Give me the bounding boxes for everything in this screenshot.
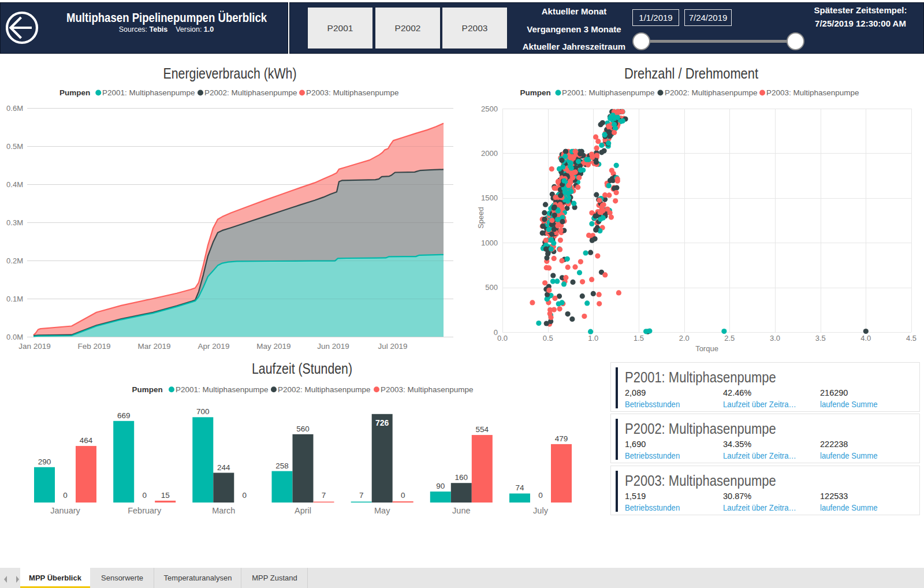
svg-text:Mar 2019: Mar 2019 [137, 342, 170, 351]
svg-text:Jun 2019: Jun 2019 [317, 342, 349, 351]
svg-text:2000: 2000 [481, 149, 498, 158]
svg-text:P2001: Multiphasenpumpe: P2001: Multiphasenpumpe [102, 88, 195, 97]
svg-text:0: 0 [243, 491, 247, 500]
svg-text:90: 90 [436, 482, 445, 490]
svg-text:May: May [374, 506, 390, 515]
svg-text:0: 0 [538, 491, 543, 500]
svg-text:700: 700 [196, 407, 210, 416]
svg-text:July: July [533, 506, 549, 515]
svg-text:479: 479 [555, 434, 568, 443]
svg-text:0.0: 0.0 [497, 334, 508, 343]
svg-text:Jul 2019: Jul 2019 [378, 342, 407, 351]
svg-text:669: 669 [117, 411, 131, 420]
svg-text:Drehzahl / Drehmoment: Drehzahl / Drehmoment [624, 65, 759, 82]
svg-text:Feb 2019: Feb 2019 [77, 342, 110, 351]
svg-text:0: 0 [63, 491, 68, 500]
svg-text:4.0: 4.0 [860, 334, 871, 343]
svg-text:1.0: 1.0 [588, 334, 598, 343]
svg-text:January: January [50, 506, 80, 515]
svg-text:0.1M: 0.1M [6, 295, 23, 303]
svg-text:P2002: Multiphasenpumpe: P2002: Multiphasenpumpe [204, 88, 297, 97]
svg-text:0.6M: 0.6M [6, 104, 23, 113]
svg-text:500: 500 [485, 283, 498, 292]
svg-text:560: 560 [296, 425, 310, 433]
svg-text:726: 726 [375, 418, 389, 427]
svg-text:April: April [295, 506, 311, 515]
svg-text:3.5: 3.5 [815, 334, 826, 343]
svg-text:P2001: Multiphasenpumpe: P2001: Multiphasenpumpe [562, 88, 655, 97]
svg-text:1000: 1000 [481, 239, 498, 247]
svg-text:0.2M: 0.2M [6, 256, 23, 265]
svg-text:160: 160 [455, 473, 468, 482]
svg-text:244: 244 [217, 463, 230, 472]
svg-text:0: 0 [142, 491, 147, 500]
svg-text:P2003: Multiphasenpumpe: P2003: Multiphasenpumpe [306, 88, 399, 97]
svg-text:0.5M: 0.5M [6, 142, 23, 151]
svg-text:June: June [452, 506, 470, 515]
svg-text:Energieverbrauch (kWh): Energieverbrauch (kWh) [163, 65, 297, 82]
svg-text:2.0: 2.0 [679, 334, 690, 343]
svg-text:0: 0 [494, 328, 498, 337]
svg-text:2.5: 2.5 [724, 334, 735, 343]
svg-text:74: 74 [515, 483, 524, 492]
svg-text:0.3M: 0.3M [6, 218, 23, 227]
svg-text:P2002: Multiphasenpumpe: P2002: Multiphasenpumpe [278, 385, 371, 394]
svg-text:4.5: 4.5 [906, 334, 916, 343]
svg-text:Pumpen: Pumpen [59, 88, 90, 97]
svg-text:7: 7 [322, 491, 326, 500]
svg-text:Pumpen: Pumpen [520, 88, 551, 97]
svg-text:P2002: Multiphasenpumpe: P2002: Multiphasenpumpe [665, 88, 758, 97]
svg-text:Jan 2019: Jan 2019 [18, 342, 51, 351]
svg-text:May 2019: May 2019 [256, 342, 290, 351]
svg-text:464: 464 [80, 436, 93, 445]
svg-text:Speed: Speed [476, 207, 485, 229]
svg-text:0.0M: 0.0M [6, 333, 23, 341]
svg-text:15: 15 [161, 491, 170, 500]
svg-text:Apr 2019: Apr 2019 [198, 342, 230, 351]
svg-text:P2001: Multiphasenpumpe: P2001: Multiphasenpumpe [176, 385, 269, 394]
svg-text:Laufzeit (Stunden): Laufzeit (Stunden) [252, 360, 352, 377]
svg-text:2500: 2500 [481, 105, 498, 113]
svg-text:3.0: 3.0 [770, 334, 780, 343]
svg-text:Pumpen: Pumpen [132, 385, 163, 394]
svg-text:554: 554 [476, 425, 489, 434]
svg-text:7: 7 [359, 491, 364, 500]
svg-text:February: February [128, 506, 162, 515]
svg-text:1.5: 1.5 [634, 334, 644, 343]
svg-text:0.5: 0.5 [543, 334, 553, 343]
svg-text:290: 290 [38, 457, 51, 466]
svg-text:Torque: Torque [695, 344, 718, 353]
svg-text:March: March [212, 506, 235, 515]
svg-text:0.4M: 0.4M [6, 180, 23, 189]
svg-text:1500: 1500 [481, 193, 498, 202]
svg-text:258: 258 [275, 462, 289, 470]
svg-text:P2003: Multiphasenpumpe: P2003: Multiphasenpumpe [381, 385, 474, 394]
svg-text:P2003: Multiphasenpumpe: P2003: Multiphasenpumpe [766, 88, 859, 97]
svg-text:0: 0 [401, 491, 405, 500]
